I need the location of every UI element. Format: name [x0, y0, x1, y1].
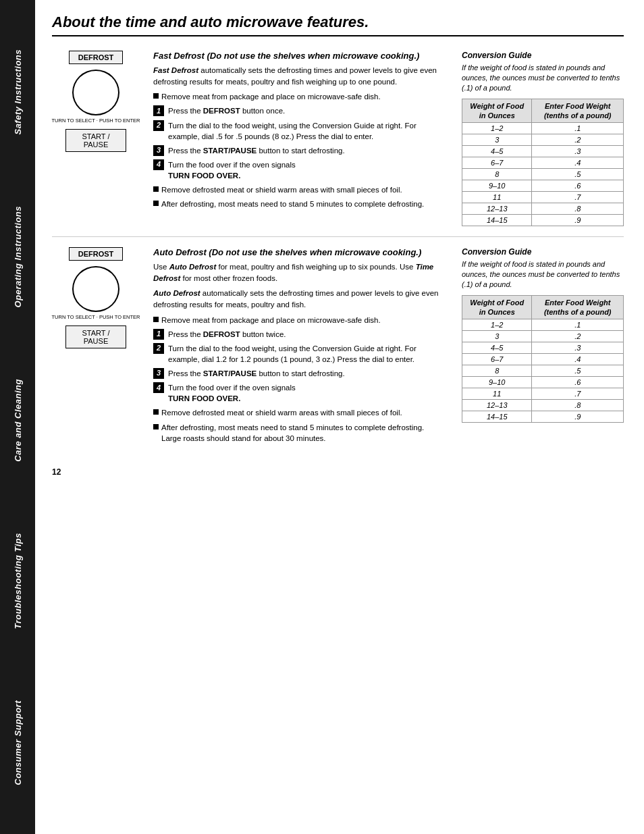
sidebar-item-care[interactable]: Care and Cleaning: [13, 373, 23, 467]
bullet-icon-5: [153, 409, 159, 415]
bullet-icon-2: [153, 186, 159, 192]
bullet-icon-4: [153, 317, 159, 322]
fast-defrost-conversion: Conversion Guide If the weight of food i…: [462, 51, 624, 226]
fast-defrost-conversion-table: Weight of Food in Ounces Enter Food Weig…: [462, 99, 624, 227]
auto-table-header-2: Enter Food Weight (tenths of a pound): [532, 295, 624, 319]
sidebar-item-operating[interactable]: Operating Instructions: [13, 201, 23, 313]
fast-defrost-bullet-1: Remove meat from package and place on mi…: [153, 91, 441, 102]
auto-defrost-step-1: 1 Press the DEFROST button twice.: [153, 329, 441, 340]
auto-step-num-4: 4: [153, 382, 164, 393]
auto-defrost-step-3: 3 Press the START/PAUSE button to start …: [153, 368, 441, 379]
dial-2: TURN TO SELECT · PUSH TO ENTER: [69, 266, 123, 320]
auto-defrost-controls: DEFROST TURN TO SELECT · PUSH TO ENTER S…: [52, 247, 140, 447]
defrost-button-1[interactable]: DEFROST: [69, 51, 123, 64]
table-row: 6–7.4: [462, 354, 624, 365]
start-pause-button-2[interactable]: START / PAUSE: [65, 325, 126, 348]
defrost-button-2[interactable]: DEFROST: [69, 247, 123, 261]
auto-table-header-1: Weight of Food in Ounces: [462, 295, 532, 319]
table-row: 3.2: [462, 331, 624, 342]
sidebar-item-troubleshooting[interactable]: Troubleshooting Tips: [13, 527, 23, 634]
fast-defrost-title-normal: (Do not use the shelves when microwave c…: [207, 51, 419, 61]
table-row: 9–10.6: [462, 377, 624, 388]
step-num-4: 4: [153, 159, 164, 170]
auto-defrost-step-4: 4 Turn the food over if the oven signals…: [153, 382, 441, 404]
auto-step-num-1: 1: [153, 329, 164, 340]
fast-defrost-title-bold: Fast Defrost: [153, 51, 205, 61]
auto-defrost-bullet-2: Remove defrosted meat or shield warm are…: [153, 407, 441, 418]
fast-defrost-bullet-3: After defrosting, most meats need to sta…: [153, 199, 441, 209]
auto-defrost-intro2: Auto Defrost automatically sets the defr…: [153, 288, 441, 310]
bullet-icon-6: [153, 424, 159, 429]
fast-defrost-step-3: 3 Press the START/PAUSE button to start …: [153, 145, 441, 156]
table-row: 11.7: [462, 388, 624, 400]
bullet-icon-1: [153, 93, 159, 99]
step-num-2: 2: [153, 120, 164, 131]
step-num-3: 3: [153, 145, 164, 156]
fast-table-header-1: Weight of Food in Ounces: [462, 99, 532, 123]
sidebar-item-consumer[interactable]: Consumer Support: [13, 695, 23, 791]
auto-defrost-conversion-title: Conversion Guide: [462, 247, 624, 257]
table-row: 1–2.1: [462, 319, 624, 331]
table-row: 4–5.3: [462, 146, 624, 157]
bullet-icon-3: [153, 201, 159, 206]
dial-1: TURN TO SELECT · PUSH TO ENTER: [69, 70, 123, 124]
table-row: 1–2.1: [462, 123, 624, 134]
start-pause-button-1[interactable]: START / PAUSE: [65, 129, 126, 152]
sidebar: Safety Instructions Operating Instructio…: [0, 0, 35, 834]
auto-defrost-section: DEFROST TURN TO SELECT · PUSH TO ENTER S…: [52, 237, 624, 457]
table-row: 8.5: [462, 365, 624, 377]
auto-defrost-bullet-3: After defrosting, most meats need to sta…: [153, 422, 441, 444]
fast-defrost-controls: DEFROST TURN TO SELECT · PUSH TO ENTER S…: [52, 51, 140, 226]
table-row: 14–15.9: [462, 215, 624, 226]
auto-defrost-title-bold: Auto Defrost: [153, 247, 207, 257]
fast-defrost-conversion-desc: If the weight of food is stated in pound…: [462, 63, 624, 93]
fast-defrost-conversion-title: Conversion Guide: [462, 51, 624, 60]
fast-defrost-title: Fast Defrost (Do not use the shelves whe…: [153, 51, 441, 61]
auto-defrost-title: Auto Defrost (Do not use the shelves whe…: [153, 247, 441, 257]
auto-step-num-2: 2: [153, 343, 164, 354]
fast-defrost-bullet-2: Remove defrosted meat or shield warm are…: [153, 184, 441, 195]
page-title: About the time and auto microwave featur…: [52, 14, 624, 36]
table-row: 6–7.4: [462, 157, 624, 169]
table-row: 12–13.8: [462, 400, 624, 411]
dial-label-1: TURN TO SELECT · PUSH TO ENTER: [52, 118, 140, 124]
fast-defrost-step-2: 2 Turn the dial to the food weight, usin…: [153, 120, 441, 142]
auto-defrost-conversion-table: Weight of Food in Ounces Enter Food Weig…: [462, 295, 624, 423]
table-row: 8.5: [462, 169, 624, 180]
table-row: 11.7: [462, 192, 624, 203]
auto-defrost-conversion-desc: If the weight of food is stated in pound…: [462, 259, 624, 290]
auto-defrost-title-normal: (Do not use the shelves when microwave c…: [209, 247, 421, 257]
dial-circle-2: [72, 266, 119, 312]
dial-circle-1: [72, 70, 119, 115]
dial-label-2: TURN TO SELECT · PUSH TO ENTER: [52, 314, 140, 320]
main-content: About the time and auto microwave featur…: [35, 0, 644, 834]
page-number: 12: [52, 467, 624, 477]
table-row: 14–15.9: [462, 411, 624, 423]
fast-defrost-step-1: 1 Press the DEFROST button once.: [153, 105, 441, 116]
auto-defrost-step-2: 2 Turn the dial to the food weight, usin…: [153, 343, 441, 365]
fast-defrost-section: DEFROST TURN TO SELECT · PUSH TO ENTER S…: [52, 41, 624, 237]
table-row: 4–5.3: [462, 342, 624, 354]
auto-defrost-conversion: Conversion Guide If the weight of food i…: [462, 247, 624, 447]
step-num-1: 1: [153, 105, 164, 116]
fast-defrost-step-4: 4 Turn the food over if the oven signals…: [153, 159, 441, 181]
table-row: 9–10.6: [462, 180, 624, 192]
auto-defrost-intro1: Use Auto Defrost for meat, poultry and f…: [153, 261, 441, 284]
table-row: 12–13.8: [462, 203, 624, 215]
fast-defrost-intro: Fast Defrost automatically sets the defr…: [153, 65, 441, 87]
auto-defrost-bullet-1: Remove meat from package and place on mi…: [153, 315, 441, 325]
auto-step-num-3: 3: [153, 368, 164, 379]
sidebar-item-safety[interactable]: Safety Instructions: [13, 44, 23, 140]
auto-defrost-instructions: Auto Defrost (Do not use the shelves whe…: [153, 247, 448, 447]
fast-table-header-2: Enter Food Weight (tenths of a pound): [532, 99, 624, 123]
table-row: 3.2: [462, 134, 624, 146]
fast-defrost-instructions: Fast Defrost (Do not use the shelves whe…: [153, 51, 448, 226]
